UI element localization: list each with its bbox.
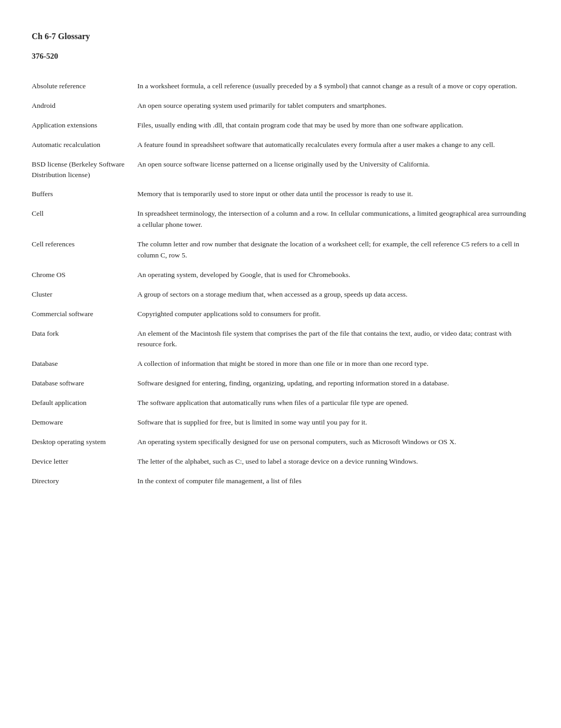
glossary-definition: In a worksheet formula, a cell reference…: [137, 81, 529, 92]
glossary-definition: The software application that automatica…: [137, 398, 529, 409]
glossary-row: Data forkAn element of the Macintosh fil…: [32, 324, 529, 355]
glossary-term: Application extensions: [32, 120, 137, 131]
glossary-definition: An open source software license patterne…: [137, 159, 529, 170]
glossary-row: CellIn spreadsheet terminology, the inte…: [32, 204, 529, 235]
glossary-row: Desktop operating systemAn operating sys…: [32, 432, 529, 452]
glossary-term: Absolute reference: [32, 81, 137, 91]
glossary-row: DemowareSoftware that is supplied for fr…: [32, 413, 529, 432]
glossary-definition: The column letter and row number that de…: [137, 239, 529, 261]
glossary-definition: An open source operating system used pri…: [137, 100, 529, 112]
glossary-definition: An operating system specifically designe…: [137, 437, 529, 448]
glossary-term: Default application: [32, 398, 137, 408]
glossary-row: DirectoryIn the context of computer file…: [32, 472, 529, 491]
glossary-term: Desktop operating system: [32, 437, 137, 447]
glossary-term: Automatic recalculation: [32, 140, 137, 150]
glossary-row: Default applicationThe software applicat…: [32, 393, 529, 413]
glossary-term: Demoware: [32, 417, 137, 428]
glossary-definition: Software designed for entering, finding,…: [137, 378, 529, 389]
page-title: Ch 6-7 Glossary: [32, 32, 529, 41]
glossary-definition: In spreadsheet terminology, the intersec…: [137, 208, 529, 231]
glossary-term: Buffers: [32, 189, 137, 199]
glossary-definition: An operating system, developed by Google…: [137, 270, 529, 281]
glossary-term: Database: [32, 358, 137, 369]
glossary-row: DatabaseA collection of information that…: [32, 354, 529, 374]
glossary-row: Absolute referenceIn a worksheet formula…: [32, 77, 529, 96]
glossary-definition: A feature found in spreadsheet software …: [137, 140, 529, 151]
glossary-definition: In the context of computer file manageme…: [137, 476, 529, 487]
glossary-definition: A collection of information that might b…: [137, 358, 529, 370]
glossary-term: Device letter: [32, 456, 137, 467]
glossary-term: Android: [32, 100, 137, 111]
glossary-term: Commercial software: [32, 309, 137, 319]
glossary-definition: An element of the Macintosh file system …: [137, 328, 529, 351]
glossary-row: Cell referencesThe column letter and row…: [32, 235, 529, 265]
glossary-definition: Software that is supplied for free, but …: [137, 417, 529, 428]
glossary-definition: Memory that is temporarily used to store…: [137, 189, 529, 200]
glossary-definition: Files, usually ending with .dll, that co…: [137, 120, 529, 131]
glossary-term: Cluster: [32, 289, 137, 300]
glossary-row: ClusterA group of sectors on a storage m…: [32, 285, 529, 305]
glossary-definition: Copyrighted computer applications sold t…: [137, 309, 529, 320]
glossary-term: Cell: [32, 208, 137, 219]
glossary-term: Chrome OS: [32, 270, 137, 280]
glossary-row: Device letterThe letter of the alphabet,…: [32, 452, 529, 472]
glossary-row: Automatic recalculationA feature found i…: [32, 135, 529, 155]
glossary-row: Application extensionsFiles, usually end…: [32, 116, 529, 135]
glossary-row: BuffersMemory that is temporarily used t…: [32, 185, 529, 204]
glossary-definition: A group of sectors on a storage medium t…: [137, 289, 529, 300]
glossary-row: Chrome OSAn operating system, developed …: [32, 265, 529, 285]
page-subtitle: 376-520: [32, 52, 529, 61]
glossary-term: Cell references: [32, 239, 137, 250]
glossary-term: BSD license (Berkeley Software Distribut…: [32, 159, 137, 181]
glossary-definition: The letter of the alphabet, such as C:, …: [137, 456, 529, 467]
glossary-row: AndroidAn open source operating system u…: [32, 96, 529, 116]
glossary-row: BSD license (Berkeley Software Distribut…: [32, 155, 529, 185]
glossary-row: Commercial softwareCopyrighted computer …: [32, 305, 529, 324]
glossary-list: Absolute referenceIn a worksheet formula…: [32, 77, 529, 491]
glossary-term: Data fork: [32, 328, 137, 339]
glossary-term: Directory: [32, 476, 137, 486]
glossary-term: Database software: [32, 378, 137, 389]
glossary-row: Database softwareSoftware designed for e…: [32, 374, 529, 393]
